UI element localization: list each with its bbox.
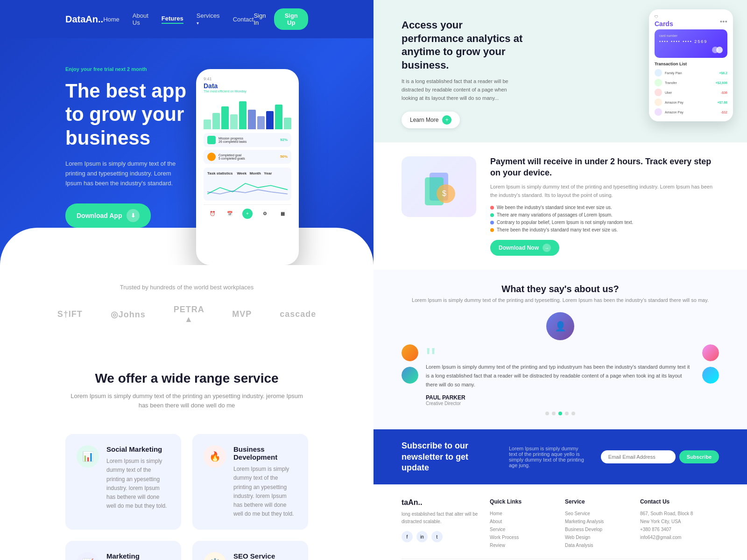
- services-title: We offer a wide range service: [65, 371, 308, 386]
- footer-quick-links: Quick Links Home About Service Work Proc…: [490, 498, 556, 549]
- download-icon: ⬇: [127, 209, 140, 222]
- tx-5: Amazon Pay -$12: [655, 108, 727, 116]
- hero-section: Enjoy your free trial next 2 month The b…: [0, 38, 374, 265]
- footer-brand: taAn.. long established fact that alter …: [402, 498, 480, 549]
- footer-section: taAn.. long established fact that alter …: [374, 484, 747, 560]
- quick-link-about[interactable]: About: [490, 518, 556, 525]
- transaction-list: Family Plan +$8.2 Transfer +$2,606 Uber …: [655, 69, 727, 116]
- services-section: We offer a wide range service Lorem Ipsu…: [0, 343, 374, 560]
- service-link-business[interactable]: Business Develop: [565, 525, 631, 533]
- logo-mvp: MVP: [232, 309, 252, 319]
- testimonials-desc: Lorem Ipsum is simply dummy text of the …: [402, 297, 719, 303]
- nav-features[interactable]: Fetures: [162, 15, 183, 24]
- quick-links-title: Quick Links: [490, 498, 556, 505]
- phone-device: 9:41 Data The most efficient on Monday: [196, 69, 299, 265]
- signup-button[interactable]: Sign Up: [274, 8, 308, 30]
- mission-icon: [207, 136, 216, 144]
- service-link-seo[interactable]: Seo Service: [565, 510, 631, 518]
- logo-johns: ◎Johns: [111, 309, 146, 320]
- trusted-label: Trusted by hundreds of the world best wo…: [65, 284, 308, 291]
- quick-link-review[interactable]: Review: [490, 541, 556, 549]
- card-mockup: 🛡 Cards ●●● card number •••• •••• •••• 2…: [649, 9, 733, 121]
- testimonial-dots: [426, 412, 695, 415]
- business-dev-icon: 🔥: [204, 445, 226, 468]
- service-title-seo: SEO Service: [233, 552, 297, 560]
- dot-5[interactable]: [571, 412, 575, 415]
- service-card-seo: ⚙️ SEO Service Lorem Ipsum is simply dum…: [192, 541, 308, 560]
- footer-brand-name: taAn..: [402, 498, 480, 507]
- navbar-links: Home About Us Fetures Services Contact: [103, 12, 254, 26]
- payment-checks: We been the industry's standard since te…: [490, 205, 719, 232]
- card-visual: card number •••• •••• •••• 2569: [655, 29, 727, 58]
- dot-2[interactable]: [552, 412, 556, 415]
- payment-title: Payment will receive in under 2 hours. T…: [490, 156, 719, 178]
- contact-title: Contact Us: [640, 498, 719, 505]
- testimonials-section: What they say's about us? Lorem Ipsum is…: [374, 270, 747, 429]
- arrow-icon: →: [543, 244, 551, 252]
- nav-contact[interactable]: Contact: [233, 16, 254, 23]
- testimonials-carousel: 👤 " Lorem Ipsum is simply dummy text of …: [402, 312, 719, 415]
- contact-address: 867, South Road, Block 8: [640, 510, 719, 518]
- avatar-left-1: [402, 344, 418, 361]
- dot-4[interactable]: [565, 412, 569, 415]
- service-card-marketing: 📈 Marketing Analysis Lorem Ipsum is simp…: [65, 541, 181, 560]
- tx-1: Family Plan +$8.2: [655, 69, 727, 77]
- newsletter-email-input[interactable]: [601, 450, 676, 463]
- social-marketing-icon: 📊: [77, 445, 99, 468]
- services-col-title: Service: [565, 498, 631, 505]
- seo-service-icon: ⚙️: [204, 552, 226, 560]
- quick-link-home[interactable]: Home: [490, 510, 556, 518]
- testimonial-author-title: Creative Director: [426, 401, 695, 406]
- twitter-icon[interactable]: t: [431, 531, 443, 542]
- hero-phone-mockup: 9:41 Data The most efficient on Monday: [187, 69, 308, 265]
- service-link-marketing[interactable]: Marketing Analysis: [565, 518, 631, 525]
- footer-brand-desc: long established fact that alter will be…: [402, 511, 480, 525]
- transaction-list-label: Transaction List: [655, 62, 727, 66]
- services-desc: Lorem Ipsum is simply dummy text of the …: [70, 392, 303, 411]
- footer-grid: taAn.. long established fact that alter …: [402, 498, 719, 549]
- contact-phone[interactable]: +380 876 3407: [640, 525, 719, 533]
- service-link-web[interactable]: Web Design: [565, 533, 631, 541]
- avatar-left-2: [402, 367, 418, 384]
- footer-services: Service Seo Service Marketing Analysis B…: [565, 498, 631, 549]
- phone-bar-chart: [204, 97, 291, 129]
- newsletter-subscribe-button[interactable]: Subscribe: [679, 450, 719, 463]
- newsletter-title: Subscribe to our newsletter to get updat…: [402, 441, 495, 473]
- nav-services[interactable]: Services: [197, 12, 220, 26]
- service-card-social: 📊 Social Marketing Lorem Ipsum is simply…: [65, 434, 181, 530]
- trusted-section: Trusted by hundreds of the world best wo…: [0, 265, 374, 343]
- contact-email[interactable]: info642@gmail.com: [640, 533, 719, 541]
- avatar-right-2: [702, 367, 719, 384]
- phone-stats: Mission progress26 completed tasks 92% C…: [204, 133, 291, 164]
- nav-home[interactable]: Home: [103, 16, 120, 23]
- dot-1[interactable]: [545, 412, 549, 415]
- facebook-icon[interactable]: f: [402, 531, 413, 542]
- payment-section: $ Payment will receive in under 2 hours.…: [374, 142, 747, 270]
- main-avatar: 👤: [546, 312, 574, 340]
- marketing-analysis-icon: 📈: [77, 552, 99, 560]
- logo-cascade: cascade: [280, 309, 316, 319]
- nav-about[interactable]: About Us: [133, 12, 148, 26]
- avatar-right-1: [702, 344, 719, 361]
- analytics-section: Access your performance analytics at any…: [374, 0, 747, 142]
- service-link-data[interactable]: Data Analysis: [565, 541, 631, 549]
- phone-bottom-nav: ⏰ 📅 + ⚙ ▦: [204, 204, 291, 219]
- dot-3[interactable]: [558, 412, 562, 415]
- navbar-auth: Sign In Sign Up: [254, 8, 308, 30]
- contact-city: New York City, USA: [640, 518, 719, 525]
- quick-link-service[interactable]: Service: [490, 525, 556, 533]
- phone-subtitle: The most efficient on Monday: [204, 90, 291, 93]
- testimonials-main: 👤 " Lorem Ipsum is simply dummy text of …: [426, 312, 695, 415]
- download-now-button[interactable]: Download Now →: [490, 240, 559, 256]
- newsletter-section: Subscribe to our newsletter to get updat…: [374, 429, 747, 484]
- service-title-marketing: Marketing Analysis: [106, 552, 170, 560]
- learn-more-button[interactable]: Learn More +: [402, 112, 460, 128]
- quick-link-work[interactable]: Work Process: [490, 533, 556, 541]
- navbar: DataAn.. Home About Us Fetures Services …: [0, 0, 374, 38]
- signin-link[interactable]: Sign In: [254, 12, 266, 26]
- newsletter-desc: Lorem Ipsum is simply dummy text of the …: [509, 446, 587, 468]
- linkedin-icon[interactable]: in: [416, 531, 428, 542]
- footer-social: f in t: [402, 531, 480, 542]
- download-app-button[interactable]: Download App ⬇: [65, 203, 151, 228]
- hero-trial: Enjoy your free trial next 2 month: [65, 66, 187, 72]
